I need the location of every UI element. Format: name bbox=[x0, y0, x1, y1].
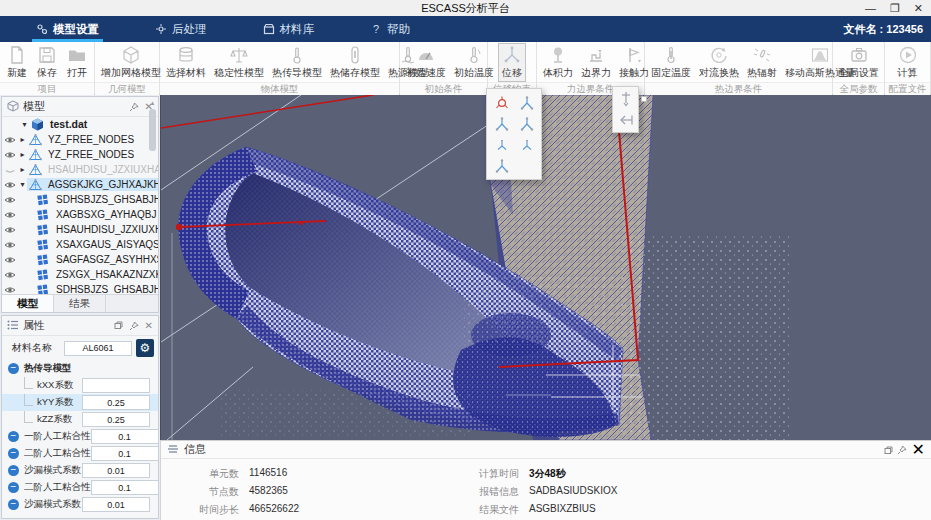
pin-icon[interactable] bbox=[129, 321, 139, 331]
tree-item[interactable]: ▸YZ_FREE_NODES bbox=[2, 147, 158, 162]
tab-material-library[interactable]: 材料库 bbox=[257, 16, 321, 42]
boundary-force-button[interactable]: 边界力 bbox=[577, 43, 615, 82]
material-gear-button[interactable]: ⚙ bbox=[136, 339, 154, 357]
stability-model-button[interactable]: 稳定性模型 bbox=[210, 43, 268, 82]
eye-icon[interactable] bbox=[2, 135, 18, 145]
tripod-constraint-icon[interactable] bbox=[518, 115, 536, 133]
tree-item[interactable]: ▸YZ_FREE_NODES bbox=[2, 132, 158, 147]
tree-scrollbar[interactable]: ▴▾ bbox=[148, 99, 157, 310]
expand-caret-icon[interactable]: ▸ bbox=[18, 150, 27, 159]
property-input[interactable]: 0.01 bbox=[82, 463, 150, 478]
convection-button[interactable]: 对流换热 bbox=[695, 43, 743, 82]
material-name-input[interactable]: AL6061 bbox=[64, 341, 132, 356]
eye-icon[interactable] bbox=[2, 240, 18, 250]
eye-off-icon[interactable] bbox=[2, 165, 18, 175]
open-button[interactable]: 打开 bbox=[63, 43, 91, 82]
blocks-icon bbox=[36, 284, 50, 295]
scroll-thumb[interactable] bbox=[149, 109, 156, 151]
collapse-minus-icon[interactable]: − bbox=[8, 431, 19, 442]
property-input[interactable]: 0.01 bbox=[82, 497, 150, 512]
save-button[interactable]: 保存 bbox=[33, 43, 61, 82]
pin-constraint-icon[interactable] bbox=[617, 90, 635, 108]
tree-item[interactable]: ZSXGX_HSAKAZNZXK_AHASX bbox=[2, 267, 158, 282]
eye-icon[interactable] bbox=[2, 180, 18, 190]
collapse-minus-icon[interactable]: − bbox=[8, 363, 19, 374]
model-panel-title: 模型 bbox=[23, 99, 129, 114]
tree-item[interactable]: SDHSBJZS_GHSABJHB_ZAHU bbox=[2, 282, 158, 294]
tree-item[interactable]: SDHSBJZS_GHSABJHB_ZAHU bbox=[2, 192, 158, 207]
body-force-button[interactable]: 体积力 bbox=[539, 43, 577, 82]
tripod-constraint-icon[interactable] bbox=[518, 94, 536, 112]
tripod-constraint-icon[interactable] bbox=[493, 115, 511, 133]
property-input[interactable]: 0.1 bbox=[91, 480, 159, 495]
initial-velocity-button[interactable]: 初始速度 bbox=[402, 43, 450, 82]
tripod-constraint-icon[interactable] bbox=[493, 157, 511, 175]
tree-item[interactable]: HSAUHDISU_JZXIUXHAHX bbox=[2, 222, 158, 237]
tree-item-label: XAGBSXG_AYHAQBJ bbox=[53, 208, 158, 221]
eye-icon[interactable] bbox=[2, 255, 18, 265]
panel-tab-inactive[interactable]: 结果 bbox=[54, 295, 106, 312]
expand-caret-icon[interactable]: ▾ bbox=[20, 120, 29, 129]
pin-icon[interactable] bbox=[129, 102, 139, 112]
pin-icon[interactable] bbox=[897, 441, 907, 458]
open-folder-icon bbox=[67, 45, 87, 65]
expand-caret-icon[interactable]: ▾ bbox=[18, 180, 27, 189]
tree-item[interactable]: ▾AGSGKJKG_GJHXAJKHXA bbox=[2, 177, 158, 192]
tree-item[interactable]: ▸HSAUHDISU_JZXIUXHAHX bbox=[2, 162, 158, 177]
tree-item-label: SDHSBJZS_GHSABJHB_ZAHU bbox=[53, 193, 158, 206]
tree-item[interactable]: ▾test.dat bbox=[2, 117, 158, 132]
eye-icon[interactable] bbox=[2, 195, 18, 205]
fixed-temperature-button[interactable]: 固定温度 bbox=[647, 43, 695, 82]
tripod-small-icon[interactable] bbox=[493, 136, 511, 154]
tree-item-label: HSAUHDISU_JZXIUXHAHX bbox=[53, 223, 158, 236]
compute-button[interactable]: 计算 bbox=[894, 43, 922, 82]
property-input[interactable]: 0.1 bbox=[91, 446, 159, 461]
new-file-icon bbox=[7, 45, 27, 65]
fixed-axes-red-icon[interactable] bbox=[493, 94, 511, 112]
eye-icon[interactable] bbox=[2, 210, 18, 220]
collapse-minus-icon[interactable]: − bbox=[8, 465, 19, 476]
expand-caret-icon[interactable]: ▸ bbox=[18, 135, 27, 144]
arrow-left-constraint-icon[interactable] bbox=[617, 111, 635, 129]
close-window-button[interactable]: ✕ bbox=[914, 1, 923, 15]
tree-item[interactable]: XAGBSXG_AYHAQBJ bbox=[2, 207, 158, 222]
close-icon[interactable]: ✕ bbox=[912, 441, 925, 458]
select-material-button[interactable]: 选择材料 bbox=[162, 43, 210, 82]
title-bar: ESCASS分析平台 —❐✕ bbox=[0, 0, 931, 16]
close-icon[interactable]: ✕ bbox=[145, 320, 153, 331]
tree-connector bbox=[24, 411, 33, 423]
add-mesh-model-button[interactable]: 增加网格模型 bbox=[97, 43, 165, 82]
displacement-button[interactable]: 位移 bbox=[498, 43, 526, 82]
restore-icon[interactable] bbox=[884, 441, 893, 458]
eye-icon[interactable] bbox=[2, 285, 18, 295]
restore-window-button[interactable]: ❐ bbox=[890, 1, 900, 15]
property-input[interactable] bbox=[82, 378, 150, 393]
collapse-minus-icon[interactable]: − bbox=[8, 499, 19, 510]
eye-icon[interactable] bbox=[2, 225, 18, 235]
property-input[interactable]: 0.25 bbox=[82, 412, 150, 427]
heat-storage-model-button[interactable]: 热储存模型 bbox=[326, 43, 384, 82]
new-file-button[interactable]: 新建 bbox=[3, 43, 31, 82]
expand-caret-icon[interactable]: ▸ bbox=[18, 165, 27, 174]
conduction-model-button[interactable]: 热传导模型 bbox=[268, 43, 326, 82]
panel-tab-active[interactable]: 模型 bbox=[2, 295, 54, 312]
collapse-minus-icon[interactable]: − bbox=[8, 482, 19, 493]
restore-icon[interactable] bbox=[114, 321, 123, 330]
global-settings-button[interactable]: 全局设置 bbox=[835, 43, 883, 82]
eye-icon[interactable] bbox=[2, 270, 18, 280]
info-label: 结果文件 bbox=[434, 503, 519, 517]
collapse-minus-icon[interactable]: − bbox=[8, 448, 19, 459]
tree-item[interactable]: XSAXGAUS_AISYAQSH_ASHX bbox=[2, 237, 158, 252]
tab-model-settings[interactable]: 模型设置 bbox=[30, 16, 105, 42]
property-input[interactable]: 0.1 bbox=[91, 429, 159, 444]
tab-help[interactable]: ?帮助 bbox=[364, 16, 416, 42]
minimize-window-button[interactable]: — bbox=[865, 1, 876, 15]
tree-item[interactable]: SAGFASGZ_ASYHHXSN bbox=[2, 252, 158, 267]
tab-post-processing[interactable]: 后处理 bbox=[149, 16, 213, 42]
tripod-small-icon[interactable] bbox=[518, 136, 536, 154]
property-input[interactable]: 0.25 bbox=[82, 395, 150, 410]
eye-icon[interactable] bbox=[2, 150, 18, 160]
viewport-3d[interactable] bbox=[160, 95, 931, 440]
radiation-button[interactable]: 热辐射 bbox=[743, 43, 781, 82]
info-value: 3分48秒 bbox=[529, 467, 931, 481]
